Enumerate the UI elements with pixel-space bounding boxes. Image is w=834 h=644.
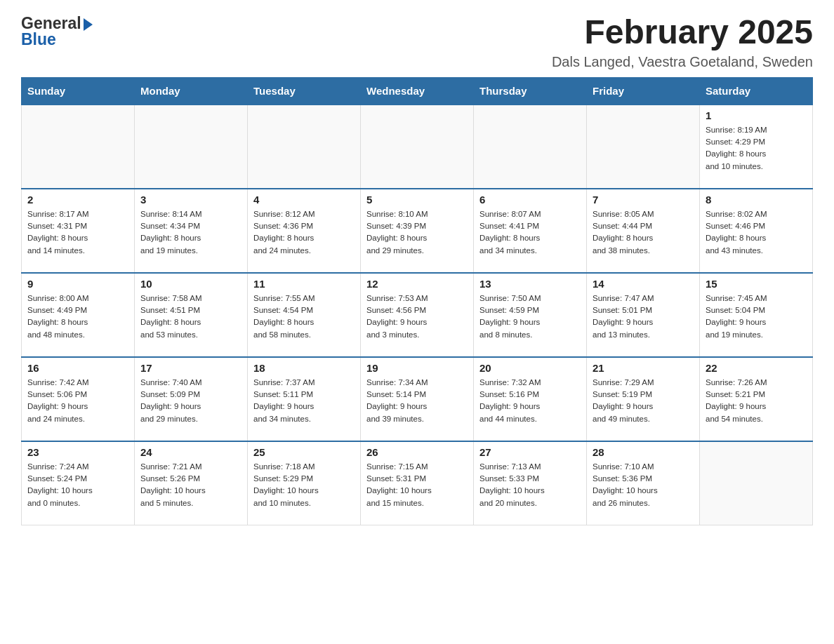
day-info: Sunrise: 8:12 AMSunset: 4:36 PMDaylight:… (253, 208, 355, 257)
day-number: 1 (706, 109, 807, 121)
calendar-cell: 5Sunrise: 8:10 AMSunset: 4:39 PMDaylight… (361, 189, 474, 273)
day-number: 19 (366, 362, 468, 374)
weekday-header-thursday: Thursday (474, 77, 587, 105)
weekday-header-sunday: Sunday (22, 77, 135, 105)
calendar-cell (700, 441, 813, 525)
day-info: Sunrise: 7:34 AMSunset: 5:14 PMDaylight:… (366, 377, 468, 425)
day-number: 3 (140, 194, 241, 206)
calendar-cell: 26Sunrise: 7:15 AMSunset: 5:31 PMDayligh… (361, 441, 474, 525)
day-info: Sunrise: 7:18 AMSunset: 5:29 PMDaylight:… (253, 461, 355, 509)
logo-chevron-icon (84, 18, 93, 31)
calendar-week-4: 16Sunrise: 7:42 AMSunset: 5:06 PMDayligh… (22, 357, 813, 441)
calendar-cell: 23Sunrise: 7:24 AMSunset: 5:24 PMDayligh… (22, 441, 135, 525)
day-info: Sunrise: 7:40 AMSunset: 5:09 PMDaylight:… (140, 377, 241, 425)
calendar-cell: 7Sunrise: 8:05 AMSunset: 4:44 PMDaylight… (587, 189, 700, 273)
calendar-week-5: 23Sunrise: 7:24 AMSunset: 5:24 PMDayligh… (22, 441, 813, 525)
logo-blue-text: Blue (21, 30, 93, 49)
day-number: 23 (27, 446, 128, 458)
calendar-cell: 21Sunrise: 7:29 AMSunset: 5:19 PMDayligh… (587, 357, 700, 441)
title-block: February 2025 Dals Langed, Vaestra Goeta… (552, 14, 813, 70)
calendar-header: SundayMondayTuesdayWednesdayThursdayFrid… (22, 77, 813, 105)
day-number: 5 (366, 194, 468, 206)
day-number: 14 (593, 278, 694, 290)
location-text: Dals Langed, Vaestra Goetaland, Sweden (552, 54, 813, 70)
day-info: Sunrise: 8:02 AMSunset: 4:46 PMDaylight:… (706, 208, 807, 257)
day-info: Sunrise: 8:05 AMSunset: 4:44 PMDaylight:… (593, 208, 694, 257)
day-number: 27 (479, 446, 581, 458)
calendar-cell (474, 105, 587, 189)
calendar-cell: 13Sunrise: 7:50 AMSunset: 4:59 PMDayligh… (474, 273, 587, 357)
calendar-cell: 22Sunrise: 7:26 AMSunset: 5:21 PMDayligh… (700, 357, 813, 441)
day-info: Sunrise: 7:45 AMSunset: 5:04 PMDaylight:… (706, 293, 807, 341)
day-info: Sunrise: 7:10 AMSunset: 5:36 PMDaylight:… (593, 461, 694, 509)
day-info: Sunrise: 7:37 AMSunset: 5:11 PMDaylight:… (253, 377, 355, 425)
day-number: 13 (479, 278, 581, 290)
calendar-week-3: 9Sunrise: 8:00 AMSunset: 4:49 PMDaylight… (22, 273, 813, 357)
day-info: Sunrise: 7:29 AMSunset: 5:19 PMDaylight:… (593, 377, 694, 425)
day-number: 20 (479, 362, 581, 374)
calendar-cell: 1Sunrise: 8:19 AMSunset: 4:29 PMDaylight… (700, 105, 813, 189)
calendar-cell: 10Sunrise: 7:58 AMSunset: 4:51 PMDayligh… (135, 273, 248, 357)
calendar-week-1: 1Sunrise: 8:19 AMSunset: 4:29 PMDaylight… (22, 105, 813, 189)
weekday-header-tuesday: Tuesday (248, 77, 361, 105)
day-number: 7 (593, 194, 694, 206)
calendar-cell: 11Sunrise: 7:55 AMSunset: 4:54 PMDayligh… (248, 273, 361, 357)
day-info: Sunrise: 7:42 AMSunset: 5:06 PMDaylight:… (27, 377, 128, 425)
day-number: 21 (593, 362, 694, 374)
calendar-cell: 4Sunrise: 8:12 AMSunset: 4:36 PMDaylight… (248, 189, 361, 273)
day-number: 9 (27, 278, 128, 290)
weekday-header-row: SundayMondayTuesdayWednesdayThursdayFrid… (22, 77, 813, 105)
calendar-table: SundayMondayTuesdayWednesdayThursdayFrid… (21, 77, 813, 526)
calendar-body: 1Sunrise: 8:19 AMSunset: 4:29 PMDaylight… (22, 105, 813, 525)
day-number: 16 (27, 362, 128, 374)
calendar-cell: 27Sunrise: 7:13 AMSunset: 5:33 PMDayligh… (474, 441, 587, 525)
calendar-cell: 24Sunrise: 7:21 AMSunset: 5:26 PMDayligh… (135, 441, 248, 525)
weekday-header-friday: Friday (587, 77, 700, 105)
day-number: 15 (706, 278, 807, 290)
weekday-header-wednesday: Wednesday (361, 77, 474, 105)
day-info: Sunrise: 7:58 AMSunset: 4:51 PMDaylight:… (140, 293, 241, 341)
calendar-cell: 19Sunrise: 7:34 AMSunset: 5:14 PMDayligh… (361, 357, 474, 441)
day-number: 17 (140, 362, 241, 374)
day-info: Sunrise: 7:53 AMSunset: 4:56 PMDaylight:… (366, 293, 468, 341)
calendar-cell (587, 105, 700, 189)
day-number: 18 (253, 362, 355, 374)
day-number: 28 (593, 446, 694, 458)
day-number: 10 (140, 278, 241, 290)
day-info: Sunrise: 7:26 AMSunset: 5:21 PMDaylight:… (706, 377, 807, 425)
page-header: General Blue February 2025 Dals Langed, … (21, 14, 813, 70)
logo: General Blue (21, 14, 93, 49)
day-info: Sunrise: 8:17 AMSunset: 4:31 PMDaylight:… (27, 208, 128, 257)
day-info: Sunrise: 7:21 AMSunset: 5:26 PMDaylight:… (140, 461, 241, 509)
day-info: Sunrise: 7:32 AMSunset: 5:16 PMDaylight:… (479, 377, 581, 425)
calendar-cell: 16Sunrise: 7:42 AMSunset: 5:06 PMDayligh… (22, 357, 135, 441)
day-info: Sunrise: 8:14 AMSunset: 4:34 PMDaylight:… (140, 208, 241, 257)
day-number: 24 (140, 446, 241, 458)
calendar-cell (135, 105, 248, 189)
day-number: 6 (479, 194, 581, 206)
calendar-week-2: 2Sunrise: 8:17 AMSunset: 4:31 PMDaylight… (22, 189, 813, 273)
calendar-cell: 18Sunrise: 7:37 AMSunset: 5:11 PMDayligh… (248, 357, 361, 441)
day-info: Sunrise: 7:47 AMSunset: 5:01 PMDaylight:… (593, 293, 694, 341)
month-title: February 2025 (552, 14, 813, 51)
calendar-cell: 8Sunrise: 8:02 AMSunset: 4:46 PMDaylight… (700, 189, 813, 273)
calendar-cell: 12Sunrise: 7:53 AMSunset: 4:56 PMDayligh… (361, 273, 474, 357)
calendar-cell: 17Sunrise: 7:40 AMSunset: 5:09 PMDayligh… (135, 357, 248, 441)
calendar-cell (361, 105, 474, 189)
weekday-header-monday: Monday (135, 77, 248, 105)
calendar-cell: 6Sunrise: 8:07 AMSunset: 4:41 PMDaylight… (474, 189, 587, 273)
calendar-cell: 15Sunrise: 7:45 AMSunset: 5:04 PMDayligh… (700, 273, 813, 357)
day-info: Sunrise: 7:13 AMSunset: 5:33 PMDaylight:… (479, 461, 581, 509)
calendar-cell: 9Sunrise: 8:00 AMSunset: 4:49 PMDaylight… (22, 273, 135, 357)
calendar-cell: 20Sunrise: 7:32 AMSunset: 5:16 PMDayligh… (474, 357, 587, 441)
weekday-header-saturday: Saturday (700, 77, 813, 105)
day-info: Sunrise: 8:00 AMSunset: 4:49 PMDaylight:… (27, 293, 128, 341)
day-number: 4 (253, 194, 355, 206)
calendar-cell (248, 105, 361, 189)
calendar-cell: 3Sunrise: 8:14 AMSunset: 4:34 PMDaylight… (135, 189, 248, 273)
day-info: Sunrise: 8:19 AMSunset: 4:29 PMDaylight:… (706, 124, 807, 173)
day-number: 8 (706, 194, 807, 206)
day-info: Sunrise: 7:55 AMSunset: 4:54 PMDaylight:… (253, 293, 355, 341)
calendar-cell (22, 105, 135, 189)
calendar-cell: 25Sunrise: 7:18 AMSunset: 5:29 PMDayligh… (248, 441, 361, 525)
